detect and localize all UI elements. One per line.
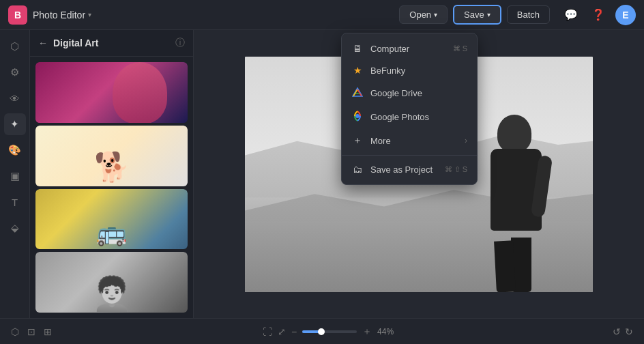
save-project-item[interactable]: 🗂 Save as Project ⌘ ⇧ S: [342, 158, 477, 180]
graphic-thumb: 🧑‍🦱: [35, 252, 188, 313]
title-chevron: ▾: [88, 11, 91, 18]
save-befunky-label: BeFunky: [370, 66, 405, 76]
adjust-icon[interactable]: ⚙: [4, 61, 26, 83]
art-icon[interactable]: 🎨: [4, 139, 26, 161]
panel-title: Digital Art: [53, 38, 170, 48]
frames-icon[interactable]: ▣: [4, 165, 26, 187]
effects-panel: ← Digital Art ⓘ Cartoonizer DLX 🐕 Underp…: [30, 30, 194, 318]
more-plus-icon: ＋: [351, 134, 364, 147]
zoom-slider[interactable]: [302, 330, 357, 333]
dropdown-divider: [342, 155, 477, 156]
panel-back-button[interactable]: ←: [38, 38, 48, 48]
zoom-out-button[interactable]: −: [291, 326, 297, 337]
save-befunky-item[interactable]: ★ BeFunky: [342, 59, 477, 81]
redo-button[interactable]: ↻: [625, 326, 633, 337]
grid-icon[interactable]: ⊞: [44, 326, 52, 337]
fullscreen-button[interactable]: ⛶: [263, 326, 272, 337]
svg-line-4: [357, 89, 362, 96]
main-area: ⬡ ⚙ 👁 ✦ 🎨 ▣ T ⬙ ← Digital Art ⓘ Cartooni…: [0, 30, 644, 318]
layers-bottom-icon[interactable]: ⬡: [11, 326, 19, 337]
app-title-button[interactable]: Photo Editor ▾: [33, 10, 91, 20]
app-logo: B: [8, 5, 27, 25]
app-title: Photo Editor: [33, 10, 85, 20]
panel-item-graphic[interactable]: 🧑‍🦱 Graphic Novel DLX: [35, 252, 188, 313]
preview-icon[interactable]: 👁: [4, 87, 26, 109]
zoom-percentage: 44%: [377, 327, 402, 336]
logo-letter: B: [14, 10, 21, 20]
undo-redo-controls: ↺ ↻: [613, 326, 633, 337]
fit-button[interactable]: ⤢: [278, 326, 286, 337]
save-project-label: Save as Project: [370, 164, 433, 175]
panel-items-list: Cartoonizer DLX 🐕 Underpainting DLX 🚌 Oi…: [30, 57, 193, 318]
effects-icon[interactable]: ✦: [4, 113, 26, 135]
duplicate-icon[interactable]: ⊡: [27, 326, 35, 337]
computer-shortcut: ⌘ S: [453, 44, 467, 53]
batch-button[interactable]: Batch: [507, 5, 550, 24]
underpainting-thumb: 🐕: [35, 126, 188, 186]
befunky-icon: ★: [351, 65, 364, 76]
panel-item-underpainting[interactable]: 🐕 Underpainting DLX: [35, 126, 188, 186]
save-label: Save: [464, 10, 484, 20]
save-gdrive-item[interactable]: Google Drive: [342, 81, 477, 105]
user-letter: E: [622, 10, 628, 20]
topbar-icons: 💬 ❓ E: [561, 5, 636, 25]
save-button[interactable]: Save ▾: [453, 5, 501, 25]
open-button[interactable]: Open ▾: [399, 5, 448, 24]
save-gphotos-item[interactable]: Google Photos: [342, 105, 477, 129]
open-label: Open: [409, 10, 431, 20]
batch-label: Batch: [517, 10, 540, 20]
zoom-slider-thumb: [318, 328, 325, 335]
stickers-icon[interactable]: ⬙: [4, 217, 26, 239]
save-dropdown: 🖥 Computer ⌘ S ★ BeFunky Google Drive: [341, 33, 478, 185]
gdrive-icon: [351, 87, 364, 100]
more-arrow-icon: ›: [465, 136, 467, 145]
save-chevron: ▾: [487, 11, 491, 18]
project-shortcut: ⌘ ⇧ S: [445, 165, 467, 174]
computer-icon: 🖥: [351, 43, 364, 54]
project-icon: 🗂: [351, 164, 364, 175]
svg-line-3: [353, 89, 357, 96]
save-computer-label: Computer: [370, 44, 409, 54]
save-gdrive-label: Google Drive: [370, 88, 422, 98]
text-icon[interactable]: T: [4, 191, 26, 213]
save-more-label: More: [370, 136, 391, 146]
zoom-in-button[interactable]: ＋: [362, 326, 372, 338]
panel-item-oil[interactable]: 🚌 Oil Painting DLX: [35, 189, 188, 250]
chat-icon-button[interactable]: 💬: [561, 5, 581, 25]
open-chevron: ▾: [434, 11, 437, 18]
gphotos-icon: [351, 111, 364, 124]
panel-info-icon[interactable]: ⓘ: [175, 37, 185, 49]
save-computer-item[interactable]: 🖥 Computer ⌘ S: [342, 38, 477, 59]
save-more-item[interactable]: ＋ More ›: [342, 129, 477, 152]
help-icon-button[interactable]: ❓: [588, 5, 609, 25]
panel-header: ← Digital Art ⓘ: [30, 30, 193, 57]
topbar: B Photo Editor ▾ Open ▾ Save ▾ Batch 💬 ❓…: [0, 0, 644, 30]
svg-point-5: [355, 114, 360, 118]
cartoonizer-thumb: [35, 62, 188, 123]
bottombar: ⬡ ⊡ ⊞ ⛶ ⤢ − ＋ 44% ↺ ↻: [0, 318, 644, 344]
undo-button[interactable]: ↺: [613, 326, 621, 337]
save-gphotos-label: Google Photos: [370, 112, 429, 122]
panel-item-cartoonizer[interactable]: Cartoonizer DLX: [35, 62, 188, 123]
oil-thumb: 🚌: [35, 189, 188, 250]
layers-icon[interactable]: ⬡: [4, 35, 26, 57]
left-sidebar: ⬡ ⚙ 👁 ✦ 🎨 ▣ T ⬙: [0, 30, 30, 318]
user-avatar[interactable]: E: [615, 5, 636, 25]
zoom-controls: ⛶ ⤢ − ＋ 44%: [263, 326, 402, 338]
